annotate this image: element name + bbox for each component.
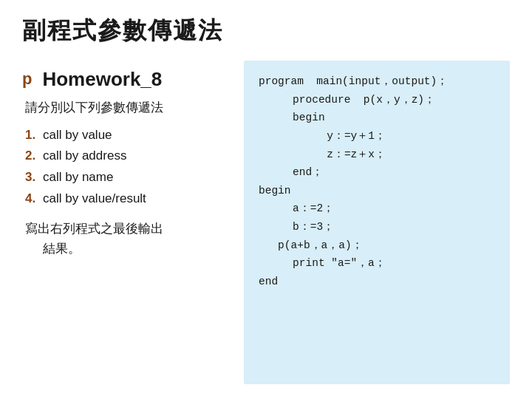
hw-list: 1. call by value 2. call by address 3. c… xyxy=(25,125,236,211)
page-title: 副程式參數傳遞法 xyxy=(22,15,510,47)
list-num: 3. xyxy=(25,167,38,188)
hw-footer: 寫出右列程式之最後輸出 結果。 xyxy=(25,219,236,259)
code-line-7: a：=2； xyxy=(259,200,495,218)
list-item: 1. call by value xyxy=(25,125,236,146)
code-line-10: print "a="，a； xyxy=(259,254,495,273)
footer-line2: 結果。 xyxy=(25,239,236,259)
list-num: 2. xyxy=(25,146,38,167)
bullet-icon: p xyxy=(22,69,32,89)
list-num: 1. xyxy=(25,125,38,146)
list-text: call by name xyxy=(43,167,113,188)
code-line-4: z：=z＋x； xyxy=(259,146,495,164)
code-line-6: begin xyxy=(259,182,495,200)
code-line-9: p(a+b，a，a)； xyxy=(259,236,495,255)
list-num: 4. xyxy=(25,188,38,210)
list-text: call by address xyxy=(43,146,126,167)
code-line-2: begin xyxy=(259,109,495,127)
code-line-11: end xyxy=(259,273,495,291)
code-panel: program main(input，output)； procedure p(… xyxy=(244,61,510,384)
code-line-0: program main(input，output)； xyxy=(259,72,495,91)
list-item: 2. call by address xyxy=(25,146,236,167)
page: 副程式參數傳遞法 p Homework_8 請分別以下列參數傳遞法 1. cal… xyxy=(0,0,532,399)
code-line-8: b：=3； xyxy=(259,218,495,236)
homework-header: p Homework_8 xyxy=(22,68,236,91)
hw-description: 請分別以下列參數傳遞法 xyxy=(25,98,236,117)
footer-line1: 寫出右列程式之最後輸出 xyxy=(25,219,236,239)
code-line-5: end； xyxy=(259,163,495,182)
list-text: call by value xyxy=(43,125,112,146)
code-line-1: procedure p(x，y，z)； xyxy=(259,91,495,109)
content-row: p Homework_8 請分別以下列參數傳遞法 1. call by valu… xyxy=(22,61,510,384)
left-panel: p Homework_8 請分別以下列參數傳遞法 1. call by valu… xyxy=(22,61,244,384)
list-item: 3. call by name xyxy=(25,167,236,188)
code-line-3: y：=y＋1； xyxy=(259,127,495,146)
list-text: call by value/result xyxy=(43,188,146,210)
homework-title: Homework_8 xyxy=(42,68,162,91)
list-item: 4. call by value/result xyxy=(25,188,236,210)
